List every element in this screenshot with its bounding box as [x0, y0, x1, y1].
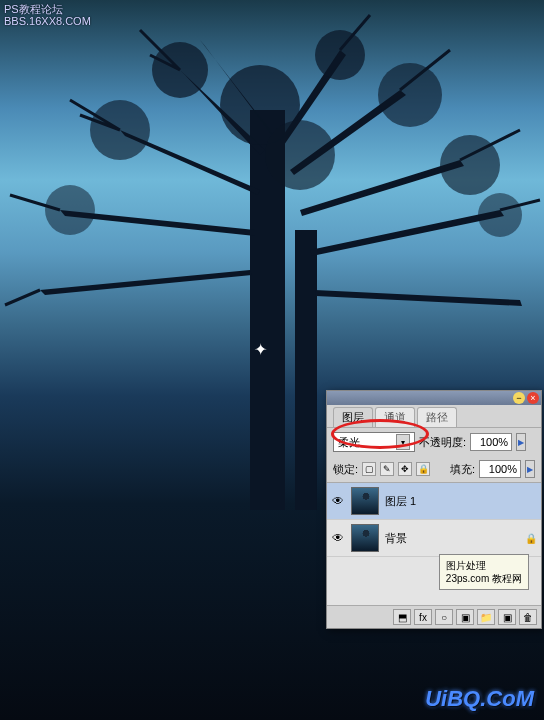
layer-row[interactable]: 👁 背景 🔒	[327, 520, 541, 557]
layer-name[interactable]: 图层 1	[385, 494, 537, 509]
blend-mode-select[interactable]: 柔光 ▾	[333, 432, 415, 452]
watermark-title: PS教程论坛	[4, 3, 91, 15]
blend-opacity-row: 柔光 ▾ 不透明度: 100% ▶	[327, 428, 541, 456]
lock-icons-group: ▢ ✎ ✥ 🔒	[362, 462, 430, 476]
chevron-down-icon[interactable]: ▾	[396, 434, 410, 450]
lock-all-icon[interactable]: 🔒	[416, 462, 430, 476]
image-canvas[interactable]: ✦ PS教程论坛 BBS.16XX8.COM UiBQ.CoM − × 图层 通…	[0, 0, 544, 720]
opacity-arrow-icon[interactable]: ▶	[516, 433, 526, 451]
watermark-url: BBS.16XX8.COM	[4, 15, 91, 27]
layers-panel: − × 图层 通道 路径 柔光 ▾ 不透明度: 100% ▶ 锁定: ▢ ✎ ✥…	[326, 390, 542, 629]
fill-label: 填充:	[450, 462, 475, 477]
lock-icon: 🔒	[525, 533, 537, 544]
link-layers-icon[interactable]: ⬒	[393, 609, 411, 625]
visibility-eye-icon[interactable]: 👁	[331, 531, 345, 545]
svg-point-8	[478, 193, 522, 237]
svg-point-2	[152, 42, 208, 98]
lock-fill-row: 锁定: ▢ ✎ ✥ 🔒 填充: 100% ▶	[327, 456, 541, 482]
lock-position-icon[interactable]: ✥	[398, 462, 412, 476]
opacity-input[interactable]: 100%	[470, 433, 512, 451]
fill-input[interactable]: 100%	[479, 460, 521, 478]
blend-mode-value: 柔光	[338, 435, 360, 450]
mask-icon[interactable]: ○	[435, 609, 453, 625]
layer-row[interactable]: 👁 图层 1	[327, 483, 541, 520]
svg-point-3	[315, 30, 365, 80]
fx-icon[interactable]: fx	[414, 609, 432, 625]
folder-icon[interactable]: 📁	[477, 609, 495, 625]
svg-point-4	[90, 100, 150, 160]
panel-tabs: 图层 通道 路径	[327, 405, 541, 428]
tooltip-box: 图片处理 23ps.com 教程网	[439, 554, 529, 590]
new-layer-icon[interactable]: ▣	[498, 609, 516, 625]
layer-thumbnail[interactable]	[351, 487, 379, 515]
layer-name[interactable]: 背景	[385, 531, 519, 546]
tooltip-line2: 23ps.com 教程网	[446, 572, 522, 585]
svg-rect-1	[295, 230, 317, 510]
layer-thumbnail[interactable]	[351, 524, 379, 552]
lock-pixels-icon[interactable]: ✎	[380, 462, 394, 476]
panel-footer: ⬒ fx ○ ▣ 📁 ▣ 🗑	[327, 605, 541, 628]
close-icon[interactable]: ×	[527, 392, 539, 404]
cursor-crosshair: ✦	[254, 340, 267, 359]
svg-point-10	[265, 120, 335, 190]
tab-paths[interactable]: 路径	[417, 407, 457, 427]
tab-channels[interactable]: 通道	[375, 407, 415, 427]
watermark-bottom: UiBQ.CoM	[425, 686, 534, 712]
trash-icon[interactable]: 🗑	[519, 609, 537, 625]
adjustment-icon[interactable]: ▣	[456, 609, 474, 625]
lock-transparent-icon[interactable]: ▢	[362, 462, 376, 476]
lock-label: 锁定:	[333, 462, 358, 477]
visibility-eye-icon[interactable]: 👁	[331, 494, 345, 508]
fill-arrow-icon[interactable]: ▶	[525, 460, 535, 478]
svg-point-5	[378, 63, 442, 127]
tooltip-line1: 图片处理	[446, 559, 522, 572]
svg-point-6	[45, 185, 95, 235]
opacity-label: 不透明度:	[419, 435, 466, 450]
watermark-top: PS教程论坛 BBS.16XX8.COM	[4, 3, 91, 27]
tab-layers[interactable]: 图层	[333, 407, 373, 427]
svg-point-7	[440, 135, 500, 195]
minimize-icon[interactable]: −	[513, 392, 525, 404]
panel-titlebar[interactable]: − ×	[327, 391, 541, 405]
